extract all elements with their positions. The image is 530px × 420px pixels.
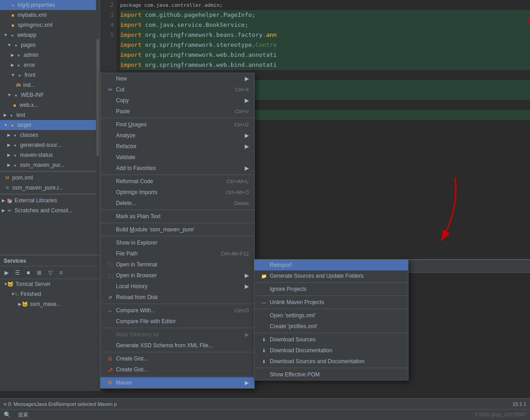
tree-label: web.x...: [20, 102, 38, 108]
submenu-downloadsourcesdoc[interactable]: ⬇ Download Sources and Documentation: [254, 356, 408, 367]
tree-item-extlib[interactable]: ▶ 📚 External Libraries: [0, 195, 100, 205]
submenu-arrow: ▶: [245, 380, 249, 386]
code-line-import2: import com.java.service.BookService;: [120, 20, 530, 30]
status-search-icon: 🔍: [4, 411, 11, 418]
scratches-icon: ✏: [6, 207, 13, 214]
download-doc-icon: ⬇: [260, 348, 268, 353]
menu-item-findusages[interactable]: Find Usages Ctrl+G: [101, 119, 254, 130]
tree-item-mavenstatus[interactable]: ▶ ● maven-status: [0, 150, 100, 160]
menu-item-creategist2[interactable]: ⎇ Create Gist...: [101, 364, 254, 375]
reload-icon: ↺: [106, 295, 114, 300]
menu-item-openinbrowser[interactable]: ⬛ Open in Browser ▶: [101, 270, 254, 281]
folder-icon: ●: [12, 41, 20, 49]
submenu-downloaddoc[interactable]: ⬇ Download Documentation: [254, 345, 408, 356]
tree-item-pages[interactable]: ▼ ● pages: [0, 40, 100, 50]
tree-item-classes[interactable]: ▶ ● classes: [0, 130, 100, 140]
unlink-icon: —: [260, 300, 268, 305]
finished-item[interactable]: ▼ ↻ Finished: [0, 289, 100, 299]
code-line: package com.java.controller.admin;: [120, 0, 530, 10]
ssm-maven-item[interactable]: ▶ 🐱 ssm_mave...: [0, 299, 100, 309]
tree-item-pomxml[interactable]: M pom.xml: [0, 173, 100, 183]
menu-item-paste[interactable]: Paste Ctrl+V: [101, 106, 254, 117]
tree-item-front[interactable]: ▼ ● front: [0, 70, 100, 80]
menu-item-validate[interactable]: Validate: [101, 152, 254, 163]
menu-item-reformatcode[interactable]: Reformat Code Ctrl+Alt+L: [101, 176, 254, 187]
submenu-arrow: ▶: [245, 331, 249, 338]
menu-item-creategist1[interactable]: G Create Gist...: [101, 353, 254, 364]
tree-item-webinf[interactable]: ▼ ● WEB-INF: [0, 90, 100, 100]
tree-item-error[interactable]: ▶ ● error: [0, 60, 100, 70]
build-button[interactable]: ⊞: [35, 268, 44, 277]
js-file-icon: JS: [15, 81, 22, 89]
menu-item-showinexplorer[interactable]: Show in Explorer: [101, 237, 254, 248]
submenu-showeffectivepom[interactable]: Show Effective POM: [254, 369, 408, 380]
reimport-msg: Reimport selected Maven p: [56, 401, 117, 407]
java-ent-label[interactable]: Java Ent: [36, 401, 56, 407]
menu-item-new[interactable]: New ▶: [101, 73, 254, 84]
folder-icon: ●: [9, 121, 16, 129]
tree-label: Scratches and Consol...: [15, 207, 72, 214]
menu-item-analyze[interactable]: Analyze ▶: [101, 130, 254, 141]
tree-label: target: [17, 122, 31, 128]
menu-item-markasplain[interactable]: Mark as Plain Text: [101, 211, 254, 222]
submenu-createprofiles[interactable]: Create 'profiles.xml': [254, 321, 408, 332]
code-line-import4: import org.springframework.stereotype.Co…: [120, 40, 530, 50]
menu-item-reloadfromdisk[interactable]: ↺ Reload from Disk: [101, 292, 254, 303]
menu-item-comparewitheditor[interactable]: Compare File with Editor: [101, 316, 254, 327]
watermark: CSDN @qq_42978567: [475, 412, 526, 417]
tree-item-index[interactable]: JS ind...: [0, 80, 100, 90]
messages-label[interactable]: ≡ 0: Messages: [4, 401, 36, 407]
menu-item-refactor[interactable]: Refactor ▶: [101, 141, 254, 152]
menu-item-maven[interactable]: M Maven ▶: [101, 377, 254, 388]
code-line-import6: import org.springframework.web.bind.anno…: [120, 60, 530, 70]
menu-item-copy[interactable]: Copy ▶: [101, 95, 254, 106]
menu-item-comparewith[interactable]: ↔ Compare With... Ctrl+D: [101, 305, 254, 316]
run-button[interactable]: ▶: [2, 268, 11, 277]
tree-label: webapp: [17, 32, 36, 38]
tree-item-log4j[interactable]: ■ log4j.properties: [0, 0, 100, 10]
scrollbar-thumb[interactable]: [96, 39, 99, 156]
tree-item-mybatis[interactable]: ■ mybatis.xml: [0, 10, 100, 20]
submenu-reimport[interactable]: Reimport: [254, 260, 408, 270]
tree-item-webxml[interactable]: ■ web.x...: [0, 100, 100, 110]
menu-item-generatexsd[interactable]: Generate XSD Schema from XML File...: [101, 340, 254, 351]
tree-label: ind...: [23, 82, 35, 88]
submenu-arrow: ▶: [245, 143, 249, 150]
filter-button[interactable]: ▽: [45, 268, 55, 277]
menu-separator: [101, 175, 254, 175]
tree-item-generated[interactable]: ▶ ● generated-sour...: [0, 140, 100, 150]
tree-item-ssmmaven[interactable]: ▶ ● ssm_maven_pur...: [0, 160, 100, 170]
menu-item-markdirectoryas[interactable]: Mark Directory as ▶: [101, 329, 254, 340]
tree-item-ssmmavenpure[interactable]: ⚙ ssm_maven_pure.i...: [0, 183, 100, 193]
status-search-text[interactable]: 提索: [18, 411, 28, 418]
menu-separator: [101, 118, 254, 118]
tree-item-springmvc[interactable]: ■ springmvc.xml: [0, 20, 100, 30]
menu-item-delete[interactable]: Delete... Delete: [101, 198, 254, 209]
submenu-downloadsources[interactable]: ⬇ Download Sources: [254, 334, 408, 345]
menu-item-optimizeimports[interactable]: Optimize Imports Ctrl+Alt+O: [101, 187, 254, 198]
submenu-ignoreprojects[interactable]: Ignore Projects: [254, 284, 408, 295]
tomcat-server-item[interactable]: ▼ 🐱 Tomcat Server: [0, 279, 100, 289]
tree-item-target[interactable]: ▼ ● target: [0, 120, 100, 130]
submenu-generatesources[interactable]: 📁 Generate Sources and Update Folders: [254, 270, 408, 281]
tree-label: pom.xml: [12, 175, 33, 181]
tree-item-scratches[interactable]: ▶ ✏ Scratches and Consol...: [0, 205, 100, 215]
menu-item-addtofav[interactable]: Add to Favorites ▶: [101, 163, 254, 174]
menu-item-localhistory[interactable]: Local History ▶: [101, 281, 254, 292]
align-left-button[interactable]: ☰: [13, 268, 22, 277]
maven-logo-icon: M: [106, 380, 114, 385]
tree-item-webapp[interactable]: ▼ ● webapp: [0, 30, 100, 40]
menu-item-buildmodule[interactable]: Build Module 'ssm_maven_pure': [101, 224, 254, 235]
tree-item-test[interactable]: ▶ ● test: [0, 110, 100, 120]
folder-icon: ●: [11, 151, 19, 159]
settings-button[interactable]: ≡: [56, 268, 66, 277]
browser-icon: ⬛: [106, 273, 114, 278]
submenu-opensettings[interactable]: Open 'settings.xml': [254, 310, 408, 321]
tree-item-admin[interactable]: ▶ ● admin: [0, 50, 100, 60]
menu-item-cut[interactable]: ✂ Cut Ctrl+X: [101, 84, 254, 95]
menu-item-filepath[interactable]: File Path Ctrl+Alt+F12: [101, 248, 254, 259]
menu-item-openinterminal[interactable]: ⬛ Open in Terminal: [101, 259, 254, 270]
submenu-separator: [254, 333, 408, 333]
stop-button[interactable]: ■: [24, 268, 33, 277]
submenu-unlink[interactable]: — Unlink Maven Projects: [254, 297, 408, 308]
